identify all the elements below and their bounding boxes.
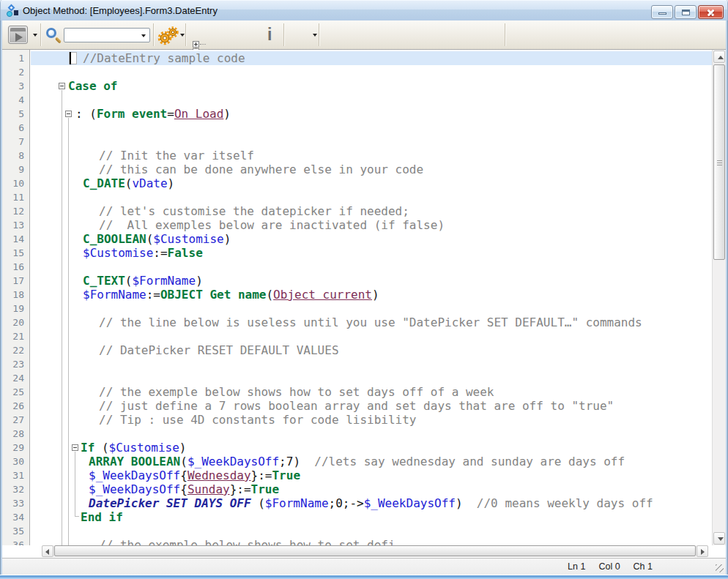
line-number[interactable]: 14 — [2, 232, 29, 246]
line-number[interactable]: 2 — [2, 65, 29, 79]
code-line[interactable]: Case of — [31, 79, 712, 93]
macro-dropdown-arrow[interactable] — [313, 34, 317, 37]
search-combobox[interactable] — [64, 28, 150, 42]
line-number[interactable]: 30 — [2, 455, 29, 468]
code-line[interactable]: // DatePicker RESET DEFAULT VALUES — [31, 343, 712, 357]
line-number[interactable]: 10 — [2, 176, 29, 190]
search-dropdown-arrow[interactable] — [141, 34, 146, 37]
vertical-scroll-thumb[interactable] — [713, 64, 725, 260]
line-number[interactable]: 29 — [2, 441, 29, 455]
scroll-left-button[interactable] — [42, 545, 53, 557]
line-number[interactable]: 8 — [2, 149, 29, 163]
line-number[interactable]: 7 — [2, 135, 29, 149]
close-button[interactable] — [698, 5, 724, 19]
line-number[interactable]: 3 — [2, 79, 29, 93]
code-editor[interactable]: 1234567891011121314151617181920212223242… — [2, 50, 726, 545]
fold-toggle[interactable] — [65, 111, 72, 117]
code-line[interactable]: C_BOOLEAN($Customise) — [31, 232, 712, 246]
line-number[interactable]: 36 — [2, 538, 29, 545]
code-line[interactable]: // this can be done anywhere else in you… — [31, 163, 712, 176]
line-number[interactable]: 21 — [2, 329, 29, 343]
code-line[interactable]: $_WeekDaysOff{Sunday}:=True — [31, 482, 712, 496]
vertical-scrollbar[interactable] — [712, 50, 726, 545]
code-line[interactable]: DatePicker SET DAYS OFF ($FormName;0;->$… — [31, 496, 712, 510]
line-number[interactable]: 22 — [2, 343, 29, 357]
method-settings-button[interactable] — [157, 26, 179, 48]
code-line[interactable] — [31, 93, 712, 107]
line-number[interactable]: 12 — [2, 204, 29, 218]
code-line[interactable] — [31, 190, 712, 204]
code-line[interactable]: $Customise:=False — [31, 246, 712, 260]
line-number[interactable]: 24 — [2, 371, 29, 385]
fold-toggle[interactable] — [59, 83, 65, 89]
line-number[interactable]: 6 — [2, 121, 29, 135]
line-number[interactable]: 11 — [2, 190, 29, 204]
line-number[interactable]: 15 — [2, 246, 29, 260]
line-number[interactable]: 4 — [2, 93, 29, 107]
code-line[interactable]: // Tip : use 4D constants for code lisib… — [31, 413, 712, 427]
scroll-right-button[interactable] — [697, 545, 708, 557]
line-number[interactable]: 16 — [2, 260, 29, 274]
maximize-button[interactable] — [675, 5, 697, 19]
code-line[interactable]: ARRAY BOOLEAN($_WeekDaysOff;7) //lets sa… — [31, 455, 712, 468]
search-input[interactable] — [67, 29, 138, 41]
code-line[interactable]: // let's customise the datepicker if nee… — [31, 204, 712, 218]
code-line[interactable]: // Init the var itself — [31, 149, 712, 163]
code-lines[interactable]: //DateEntry sample codeCase of: (Form ev… — [31, 50, 712, 545]
code-line[interactable]: // just define a 7 rows boolean array an… — [31, 399, 712, 413]
line-number[interactable]: 27 — [2, 413, 29, 427]
code-line[interactable]: $FormName:=OBJECT Get name(Object curren… — [31, 288, 712, 302]
code-line[interactable]: //DateEntry sample code — [31, 51, 712, 65]
line-number[interactable]: 13 — [2, 218, 29, 232]
code-line[interactable] — [31, 371, 712, 385]
code-line[interactable]: // All exemples below are inactivated (i… — [31, 218, 712, 232]
code-line[interactable]: C_DATE(vDate) — [31, 176, 712, 190]
code-line[interactable]: : (Form event=On Load) — [31, 107, 712, 121]
minimize-button[interactable] — [651, 5, 673, 19]
scroll-down-button[interactable] — [713, 532, 725, 545]
code-line[interactable] — [31, 65, 712, 79]
code-line[interactable] — [31, 260, 712, 274]
run-button[interactable] — [8, 26, 28, 44]
scroll-up-button[interactable] — [713, 51, 725, 63]
line-number[interactable]: 31 — [2, 468, 29, 482]
line-number[interactable]: 20 — [2, 315, 29, 329]
fold-toggle[interactable] — [72, 444, 78, 451]
code-line[interactable]: End if — [31, 510, 712, 524]
line-number[interactable]: 17 — [2, 274, 29, 288]
line-number[interactable]: 26 — [2, 399, 29, 413]
line-number[interactable]: 28 — [2, 427, 29, 441]
line-number[interactable]: 1 — [2, 51, 29, 65]
run-dropdown-arrow[interactable] — [33, 34, 37, 37]
horizontal-scroll-thumb[interactable] — [54, 545, 696, 556]
code-line[interactable] — [31, 121, 712, 135]
line-number[interactable]: 23 — [2, 357, 29, 371]
code-line[interactable] — [31, 135, 712, 149]
horizontal-scrollbar[interactable] — [42, 545, 708, 557]
titlebar[interactable]: Object Method: [Employees].Form3.DateEnt… — [0, 0, 728, 20]
settings-dropdown-arrow[interactable] — [180, 34, 185, 37]
line-number[interactable]: 35 — [2, 524, 29, 538]
code-line[interactable] — [31, 357, 712, 371]
code-token: Form event — [97, 107, 167, 121]
code-line[interactable] — [31, 302, 712, 315]
resize-grip[interactable] — [716, 564, 724, 572]
line-number[interactable]: 25 — [2, 385, 29, 399]
code-line[interactable] — [31, 524, 712, 538]
line-number[interactable]: 32 — [2, 482, 29, 496]
code-line[interactable]: C_TEXT($FormName) — [31, 274, 712, 288]
code-line[interactable]: // the exemple below shows how to set da… — [31, 385, 712, 399]
line-number[interactable]: 19 — [2, 302, 29, 315]
line-number[interactable]: 9 — [2, 163, 29, 176]
code-line[interactable] — [31, 427, 712, 441]
code-line[interactable]: If ($Customise) — [31, 441, 712, 455]
code-line[interactable]: // the line below is useless until you u… — [31, 315, 712, 329]
line-number[interactable]: 33 — [2, 496, 29, 510]
line-number[interactable]: 5 — [2, 107, 29, 121]
code-line[interactable]: // the exemple below shows how to set de… — [31, 538, 712, 545]
code-line[interactable] — [31, 329, 712, 343]
info-button[interactable]: i — [267, 26, 272, 43]
line-number[interactable]: 34 — [2, 510, 29, 524]
code-line[interactable]: $_WeekDaysOff{Wednesday}:=True — [31, 468, 712, 482]
line-number[interactable]: 18 — [2, 288, 29, 302]
